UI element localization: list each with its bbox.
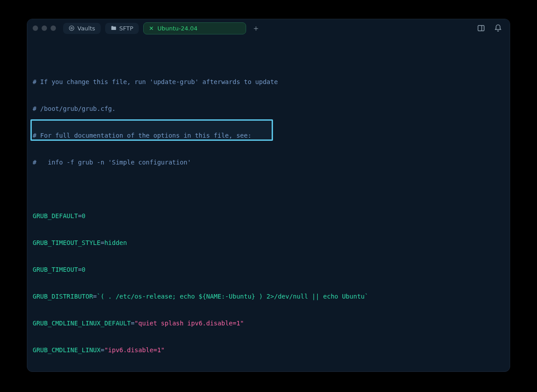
code-line: # For full documentation of the options … xyxy=(33,131,504,140)
code-line: GRUB_CMDLINE_LINUX="ipv6.disable=1" xyxy=(33,346,504,354)
tab-vaults[interactable]: Vaults xyxy=(63,23,101,34)
bell-icon[interactable] xyxy=(492,22,504,34)
svg-point-0 xyxy=(69,26,74,31)
folder-icon xyxy=(111,25,117,31)
zoom-window-icon[interactable] xyxy=(51,25,56,31)
close-tab-icon[interactable]: ✕ xyxy=(149,25,154,32)
code-line: GRUB_DISTRIBUTOR=`( . /etc/os-release; e… xyxy=(33,292,504,301)
vault-icon xyxy=(68,25,75,31)
tab-label: Ubuntu-24.04 xyxy=(158,25,198,32)
code-line: # If you change this file, run 'update-g… xyxy=(33,77,504,86)
code-line: GRUB_DEFAULT=0 xyxy=(33,211,504,220)
new-tab-button[interactable]: ＋ xyxy=(251,23,261,34)
titlebar: Vaults SFTP ✕ Ubuntu-24.04 ＋ xyxy=(27,19,510,37)
code-line: GRUB_TIMEOUT_STYLE=hidden xyxy=(33,238,504,247)
blank-line xyxy=(33,185,504,194)
svg-point-1 xyxy=(71,27,72,29)
svg-rect-2 xyxy=(478,25,484,31)
code-line: GRUB_CMDLINE_LINUX_DEFAULT="quiet splash… xyxy=(33,319,504,328)
tab-ubuntu[interactable]: ✕ Ubuntu-24.04 xyxy=(143,22,246,34)
tab-label: SFTP xyxy=(119,25,133,32)
code-line: GRUB_TIMEOUT=0 xyxy=(33,265,504,274)
editor-viewport[interactable]: # If you change this file, run 'update-g… xyxy=(27,37,510,372)
minimize-window-icon[interactable] xyxy=(42,25,47,31)
code-line: # /boot/grub/grub.cfg. xyxy=(33,104,504,113)
tab-label: Vaults xyxy=(77,25,95,32)
tab-sftp[interactable]: SFTP xyxy=(105,23,139,34)
panel-toggle-icon[interactable] xyxy=(475,22,487,34)
terminal-window: Vaults SFTP ✕ Ubuntu-24.04 ＋ xyxy=(27,19,510,372)
close-window-icon[interactable] xyxy=(33,25,38,31)
code-line: # info -f grub -n 'Simple configuration' xyxy=(33,158,504,167)
traffic-lights xyxy=(33,25,56,31)
